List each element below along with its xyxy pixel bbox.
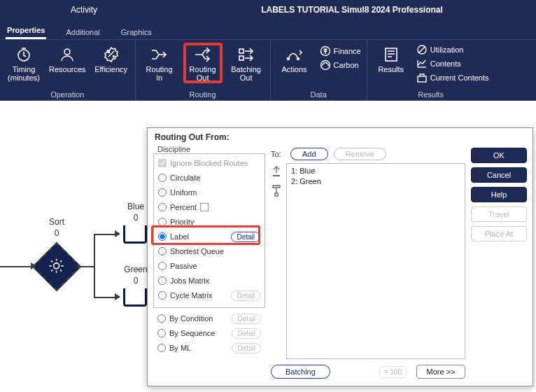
radio-by-sequence-input[interactable] xyxy=(157,329,166,337)
radio-by-condition[interactable]: By Condition Detail xyxy=(157,312,261,325)
radio-by-sequence-label: By Sequence xyxy=(169,329,215,337)
radio-shortest-input[interactable] xyxy=(158,247,167,255)
actions-button[interactable]: Actions xyxy=(276,44,313,74)
cancel-button[interactable]: Cancel xyxy=(471,167,527,183)
person-icon xyxy=(57,46,77,64)
radio-uniform[interactable]: Uniform xyxy=(158,186,260,199)
routing-out-dialog: Routing Out From: Discipline Ignore Bloc… xyxy=(147,127,533,386)
svg-rect-5 xyxy=(239,56,244,60)
efficiency-button[interactable]: Efficiency xyxy=(93,44,129,74)
to-label: To: xyxy=(271,150,285,158)
condition-detail-button: Detail xyxy=(232,314,261,324)
contents-button[interactable]: Contents xyxy=(416,58,489,69)
actions-label: Actions xyxy=(282,65,307,74)
routing-in-button[interactable]: Routing In xyxy=(141,44,178,82)
discipline-panel: Discipline Ignore Blocked Routes Circula… xyxy=(153,145,265,379)
group-data-label: Data xyxy=(311,90,327,99)
efficiency-label: Efficiency xyxy=(94,65,127,74)
resources-button[interactable]: Resources xyxy=(49,44,86,74)
eq-100-button: = 100 xyxy=(379,366,407,378)
dollar-icon xyxy=(320,46,331,57)
radio-shortest[interactable]: Shortest Queue xyxy=(158,245,260,258)
title-row: Activity LABELS TUTORIAL Simul8 2024 Pro… xyxy=(0,0,536,20)
svg-point-3 xyxy=(113,56,114,57)
group-operation-label: Operation xyxy=(50,90,84,99)
results-button[interactable]: Results xyxy=(373,44,409,74)
radio-percent-input[interactable] xyxy=(158,203,167,211)
timing-button[interactable]: Timing (minutes) xyxy=(6,44,42,82)
batching-out-icon xyxy=(237,46,256,64)
actions-icon xyxy=(285,46,304,64)
svg-rect-4 xyxy=(239,49,244,53)
tab-graphics[interactable]: Graphics xyxy=(120,25,153,39)
list-item[interactable]: 1: Blue xyxy=(291,167,460,177)
current-contents-label: Current Contents xyxy=(430,74,489,82)
finance-button[interactable]: Finance xyxy=(320,46,361,57)
box-items-icon xyxy=(416,72,428,83)
section-title: Activity xyxy=(0,5,168,15)
sequence-detail-button: Detail xyxy=(232,328,261,339)
reorder-tools xyxy=(271,163,283,359)
tab-properties[interactable]: Properties xyxy=(6,23,46,39)
radio-percent-label: Percent xyxy=(170,203,197,211)
batching-out-button[interactable]: Batching Out xyxy=(228,44,265,82)
percent-input[interactable] xyxy=(200,203,209,211)
group-routing: Routing In Routing Out Batching Out Rout… xyxy=(136,40,271,100)
destination-list[interactable]: 1: Blue 2: Green xyxy=(286,163,465,359)
results-icon xyxy=(381,46,401,64)
ok-button[interactable]: OK xyxy=(471,148,527,163)
radio-jobs-matrix[interactable]: Jobs Matrix xyxy=(158,274,260,287)
radio-percent[interactable]: Percent xyxy=(158,201,260,214)
group-operation: Timing (minutes) Resources Efficiency Op… xyxy=(0,40,136,100)
ribbon-groups: Timing (minutes) Resources Efficiency Op… xyxy=(0,39,536,101)
gear-icon xyxy=(48,258,65,276)
carbon-button[interactable]: Carbon xyxy=(320,59,361,71)
paint-icon[interactable] xyxy=(271,184,282,197)
group-results-label: Results xyxy=(418,90,444,99)
radio-jobs-matrix-input[interactable] xyxy=(158,276,167,285)
routing-in-label: Routing In xyxy=(146,65,173,82)
discipline-label: Discipline xyxy=(157,145,265,153)
svg-rect-12 xyxy=(418,76,426,82)
queue-shape-icon xyxy=(123,225,147,244)
radio-by-ml[interactable]: By ML Detail xyxy=(157,342,261,354)
svg-point-1 xyxy=(64,49,70,55)
radio-by-ml-input[interactable] xyxy=(157,344,166,352)
radio-passive[interactable]: Passive xyxy=(158,260,260,272)
radio-cycle-matrix-label: Cycle Matrix xyxy=(170,291,213,300)
travel-button: Travel xyxy=(471,206,527,222)
queue-shape-icon xyxy=(123,288,147,307)
routing-out-button[interactable]: Routing Out xyxy=(185,44,221,82)
timing-label: Timing (minutes) xyxy=(8,65,40,82)
remove-button: Remove xyxy=(334,148,386,160)
app-title: LABELS TUTORIAL Simul8 2024 Professional xyxy=(168,5,536,15)
dialog-buttons: OK Cancel Help Travel Place At xyxy=(471,145,527,379)
radio-by-sequence[interactable]: By Sequence Detail xyxy=(157,327,261,340)
radio-cycle-matrix-input[interactable] xyxy=(158,291,167,300)
radio-circulate-input[interactable] xyxy=(158,174,167,182)
radio-by-condition-input[interactable] xyxy=(157,314,166,323)
move-up-icon[interactable] xyxy=(271,164,282,177)
add-button[interactable]: Add xyxy=(290,148,328,160)
current-contents-button[interactable]: Current Contents xyxy=(416,72,489,83)
radio-passive-input[interactable] xyxy=(158,262,167,270)
help-button[interactable]: Help xyxy=(471,187,527,202)
batching-button[interactable]: Batching xyxy=(271,365,330,379)
queue-green[interactable]: Green 0 xyxy=(123,288,148,312)
sort-count: 0 xyxy=(39,228,74,238)
radio-uniform-label: Uniform xyxy=(170,188,197,197)
utilization-button[interactable]: Utilization xyxy=(416,44,489,55)
ignore-blocked-checkbox[interactable]: Ignore Blocked Routes xyxy=(158,157,260,169)
list-item[interactable]: 2: Green xyxy=(291,177,460,188)
radio-cycle-matrix[interactable]: Cycle Matrix Detail xyxy=(158,289,260,302)
carbon-icon xyxy=(320,59,331,71)
radio-uniform-input[interactable] xyxy=(158,188,167,197)
more-button[interactable]: More >> xyxy=(416,365,465,379)
ignore-blocked-input[interactable] xyxy=(158,159,167,167)
carbon-label: Carbon xyxy=(334,61,359,69)
queue-blue[interactable]: Blue 0 xyxy=(123,225,148,249)
radio-by-condition-label: By Condition xyxy=(169,314,213,323)
tab-additional[interactable]: Additional xyxy=(64,25,101,39)
radio-circulate[interactable]: Circulate xyxy=(158,172,260,184)
sort-activity-node[interactable]: Sort 0 xyxy=(39,249,74,284)
